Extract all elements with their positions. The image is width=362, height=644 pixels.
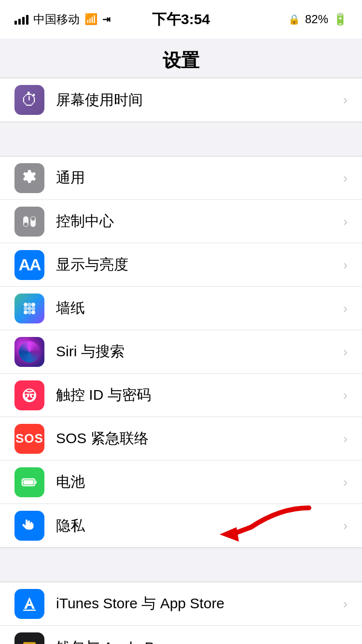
touchid-label: 触控 ID 与密码: [56, 385, 338, 405]
chevron-icon: ›: [343, 92, 348, 108]
battery-percent: 82%: [305, 13, 328, 26]
settings-item-touchid[interactable]: 触控 ID 与密码 ›: [0, 374, 362, 417]
carrier-label: 中国移动: [33, 12, 80, 27]
fingerprint-svg: [20, 386, 39, 405]
wallpaper-svg: [20, 299, 39, 318]
group-store: iTunes Store 与 App Store › 钱包与 Apple Pay…: [0, 582, 362, 644]
wallet-icon: [14, 632, 44, 644]
chevron-icon: ›: [343, 344, 348, 360]
group-spacer-1: [0, 139, 362, 156]
touchid-icon: [14, 380, 44, 410]
signal-bar-3: [22, 17, 25, 25]
chevron-icon: ›: [343, 214, 348, 229]
display-label: 显示与亮度: [56, 255, 338, 275]
settings-item-control[interactable]: 控制中心 ›: [0, 200, 362, 243]
signal-bar-1: [14, 21, 17, 25]
siri-label: Siri 与搜索: [56, 342, 338, 362]
appstore-svg: [20, 594, 39, 614]
status-right: 🔒 82% 🔋: [288, 13, 348, 26]
chevron-icon: ›: [343, 475, 348, 490]
sos-icon: SOS: [14, 424, 44, 454]
sos-label: SOS 紧急联络: [56, 429, 338, 448]
wallpaper-label: 墙纸: [56, 298, 338, 318]
airplay-icon: ⇥: [102, 14, 111, 25]
privacy-icon: [14, 511, 44, 541]
wallpaper-icon: [14, 294, 44, 323]
svg-point-11: [28, 303, 31, 307]
settings-item-sos[interactable]: SOS SOS 紧急联络 ›: [0, 417, 362, 461]
settings-item-itunes[interactable]: iTunes Store 与 App Store ›: [0, 582, 362, 626]
screentime-icon: ⏱: [14, 85, 44, 115]
siri-ball: [19, 341, 40, 363]
svg-rect-18: [23, 642, 36, 644]
group-screentime: ⏱ 屏幕使用时间 ›: [0, 78, 362, 122]
chevron-icon: ›: [343, 301, 348, 316]
group-spacer-2: [0, 565, 362, 582]
chevron-icon: ›: [343, 431, 348, 447]
svg-point-5: [31, 303, 35, 307]
settings-item-display[interactable]: AA 显示与亮度 ›: [0, 243, 362, 287]
svg-rect-15: [24, 480, 34, 484]
svg-point-9: [24, 307, 28, 310]
svg-point-7: [31, 310, 35, 314]
wifi-icon: 📶: [84, 13, 97, 26]
wallet-svg: [19, 637, 40, 644]
group-system: 通用 › 控制中心 › AA 显示与亮度 ›: [0, 156, 362, 548]
settings-item-screentime[interactable]: ⏱ 屏幕使用时间 ›: [0, 78, 362, 122]
screentime-label: 屏幕使用时间: [56, 90, 338, 110]
chevron-icon: ›: [343, 257, 348, 273]
chevron-icon: ›: [343, 170, 348, 186]
signal-bar-4: [26, 15, 28, 25]
chevron-icon: ›: [343, 518, 348, 533]
wallet-label: 钱包与 Apple Pay: [56, 638, 338, 644]
battery-icon: 🔋: [333, 13, 348, 26]
svg-point-4: [24, 303, 28, 307]
lock-icon: 🔒: [288, 14, 300, 25]
settings-item-privacy[interactable]: 隐私 ›: [0, 504, 362, 547]
svg-point-6: [24, 310, 28, 314]
battery-svg: [20, 473, 39, 491]
general-icon: [14, 163, 44, 193]
svg-point-3: [31, 217, 35, 221]
settings-item-battery[interactable]: 电池 ›: [0, 461, 362, 504]
page-title: 设置: [0, 48, 362, 73]
display-icon: AA: [14, 250, 44, 280]
chevron-icon: ›: [343, 640, 348, 644]
svg-rect-14: [35, 481, 37, 484]
general-label: 通用: [56, 168, 338, 188]
settings-item-wallet[interactable]: 钱包与 Apple Pay ›: [0, 626, 362, 644]
battery-label: 电池: [56, 472, 338, 492]
chevron-icon: ›: [343, 388, 348, 403]
battery-icon-wrap: [14, 467, 44, 497]
siri-icon: [14, 337, 44, 367]
settings-item-wallpaper[interactable]: 墙纸 ›: [0, 287, 362, 330]
appstore-icon: [14, 589, 44, 619]
page-title-bar: 设置: [0, 39, 362, 78]
svg-point-10: [31, 307, 35, 310]
signal-bar-2: [18, 19, 21, 25]
control-icon: [14, 207, 44, 237]
signal-bars: [14, 14, 28, 25]
svg-point-8: [28, 307, 31, 310]
svg-point-12: [28, 310, 31, 314]
settings-item-general[interactable]: 通用 ›: [0, 156, 362, 200]
control-label: 控制中心: [56, 211, 338, 231]
status-time: 下午3:54: [152, 10, 210, 29]
status-bar: 中国移动 📶 ⇥ 下午3:54 🔒 82% 🔋: [0, 0, 362, 39]
svg-point-2: [24, 223, 28, 226]
status-left: 中国移动 📶 ⇥: [14, 12, 111, 27]
gear-svg: [20, 169, 39, 187]
control-svg: [20, 212, 39, 231]
privacy-label: 隐私: [56, 516, 338, 536]
privacy-hand-svg: [20, 516, 39, 535]
itunes-label: iTunes Store 与 App Store: [56, 594, 338, 614]
settings-item-siri[interactable]: Siri 与搜索 ›: [0, 330, 362, 374]
chevron-icon: ›: [343, 596, 348, 612]
sos-text: SOS: [15, 431, 43, 446]
